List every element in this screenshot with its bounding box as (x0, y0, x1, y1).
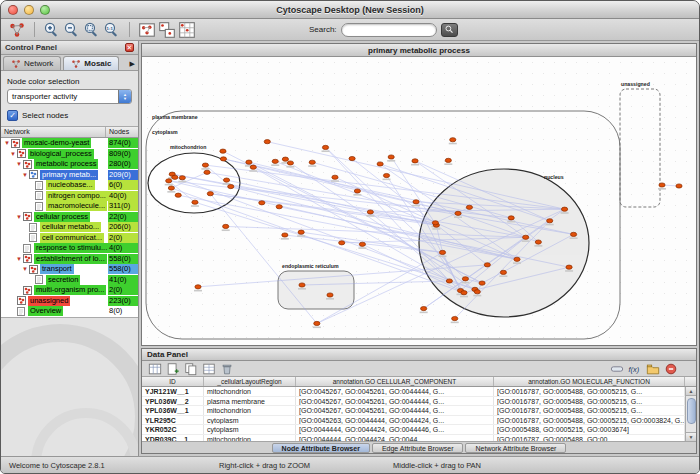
column-header[interactable]: annotation.GO MOLECULAR_FUNCTION (494, 377, 685, 386)
tab-scroll-right-icon[interactable]: ▶ (130, 60, 138, 70)
select-nodes-checkbox[interactable]: ✓ (7, 110, 18, 121)
network-node[interactable] (367, 210, 373, 214)
network-node[interactable] (659, 183, 665, 187)
network-node[interactable] (461, 291, 467, 295)
tab-mosaic[interactable]: Mosaic (63, 56, 119, 70)
table-row[interactable]: YLR295Ccytoplasm[GO:0045263, GO:0044444,… (142, 416, 685, 426)
column-header[interactable]: _cellularLayoutRegion (204, 377, 296, 386)
network-node[interactable] (166, 179, 172, 183)
table-cell[interactable]: YKR052C (142, 425, 204, 434)
table-cell[interactable]: [GO:0045263, GO:0044444, GO:0044424, G..… (296, 416, 494, 425)
expander-icon[interactable]: ▼ (15, 254, 23, 264)
attribute-dropdown[interactable]: transporter activity ▲▼ (7, 89, 132, 104)
table-cell[interactable]: plasma membrane (204, 397, 296, 406)
network-node[interactable] (349, 156, 355, 160)
network-node[interactable] (207, 192, 213, 196)
tree-row[interactable]: nitrogen compo...40(0) (1, 191, 138, 202)
tree-row[interactable]: ▼biological_process809(0) (1, 149, 138, 160)
nodes-column-header[interactable]: Nodes (106, 127, 138, 137)
network-node[interactable] (455, 211, 461, 215)
table-row[interactable]: YKR052Ccytoplasm[GO:0044444, GO:0044424,… (142, 425, 685, 435)
network-node[interactable] (195, 285, 201, 289)
data-panel-title[interactable]: Data Panel (142, 349, 696, 361)
scrollbar-thumb[interactable] (687, 398, 696, 424)
network-node[interactable] (282, 233, 288, 237)
network-node[interactable] (228, 184, 234, 188)
network-node[interactable] (332, 175, 338, 179)
tree-row[interactable]: unassigned223(0) (1, 296, 138, 307)
network-node[interactable] (462, 277, 468, 281)
network-node[interactable] (359, 242, 365, 246)
column-header[interactable]: annotation.GO CELLULAR_COMPONENT (296, 377, 494, 386)
network-node[interactable] (446, 279, 452, 283)
formula-builder-icon[interactable]: f(x) (628, 362, 642, 376)
search-go-button[interactable] (441, 23, 458, 37)
network-node[interactable] (175, 193, 181, 197)
expander-icon[interactable]: ▼ (15, 159, 23, 169)
close-window-button[interactable] (8, 5, 18, 15)
zoom-in-icon[interactable] (43, 21, 61, 39)
network-node[interactable] (220, 149, 226, 153)
tree-row[interactable]: secretion41(0) (1, 275, 138, 286)
tree-row[interactable]: ▼establishment of lo...558(0) (1, 254, 138, 265)
table-row[interactable]: YPL036W__2plasma membrane[GO:0045267, GO… (142, 397, 685, 407)
tree-row[interactable]: Overview8(0) (1, 306, 138, 317)
tab-network-attribute-browser[interactable]: Network Attribute Browser (465, 443, 566, 453)
network-node[interactable] (259, 201, 265, 205)
tree-row[interactable]: ▼transport558(0) (1, 264, 138, 275)
table-cell[interactable]: [GO:0045267, GO:0045261, GO:0044444, G..… (296, 406, 494, 415)
network-node[interactable] (500, 270, 506, 274)
expander-icon[interactable]: ▼ (9, 149, 17, 159)
network-node[interactable] (450, 138, 456, 142)
table-cell[interactable]: YPL036W__2 (142, 397, 204, 406)
expander-icon[interactable]: ▼ (21, 264, 29, 274)
overview-icon[interactable] (138, 21, 156, 39)
table-cell[interactable]: mitochondrion (204, 387, 296, 396)
network-node[interactable] (168, 186, 174, 190)
table-cell[interactable]: YJR121W__1 (142, 387, 204, 396)
search-input[interactable] (341, 23, 437, 37)
network-node[interactable] (432, 221, 438, 225)
network-node[interactable] (466, 205, 472, 209)
network-node[interactable] (322, 145, 328, 149)
network-node[interactable] (202, 163, 208, 167)
scroll-up-icon[interactable]: ▲ (686, 387, 697, 396)
table-cell[interactable]: mitochondrion (204, 406, 296, 415)
network-node[interactable] (547, 219, 553, 223)
table-cell[interactable]: [GO:0044444, GO:0044424, GO:0044446, G..… (296, 425, 494, 434)
create-attribute-icon[interactable] (166, 362, 180, 376)
network-node[interactable] (246, 160, 252, 164)
clear-icon[interactable] (664, 362, 678, 376)
network-icon[interactable] (8, 21, 26, 39)
network-node[interactable] (282, 157, 288, 161)
zoom-window-button[interactable] (40, 5, 50, 15)
network-node[interactable] (220, 157, 226, 161)
network-canvas-svg[interactable]: plasma membranecytoplasmunassignedmitoch… (142, 57, 696, 345)
tree-row[interactable]: ▼mosaic-demo-yeast874(0) (1, 138, 138, 149)
network-node[interactable] (535, 240, 541, 244)
zoom-out-icon[interactable] (63, 21, 81, 39)
import-attributes-icon[interactable] (646, 362, 660, 376)
network-node[interactable] (484, 263, 490, 267)
tree-row[interactable]: ▼primary metab...209(0) (1, 170, 138, 181)
network-node[interactable] (287, 161, 293, 165)
network-node[interactable] (676, 184, 682, 188)
network-node[interactable] (354, 189, 360, 193)
table-cell[interactable]: [GO:0016787, GO:0005488, GO:0005215, G..… (494, 406, 685, 415)
network-node[interactable] (309, 160, 315, 164)
network-node[interactable] (561, 207, 567, 211)
tree-row[interactable]: multi-organism pro...2(0) (1, 285, 138, 296)
network-node[interactable] (508, 216, 514, 220)
table-cell[interactable]: [GO:0016787, GO:0005488, GO:0005215, G..… (494, 387, 685, 396)
window-titlebar[interactable]: Cytoscape Desktop (New Session) (1, 1, 699, 19)
network-node[interactable] (298, 230, 304, 234)
zoom-fit-icon[interactable] (83, 21, 101, 39)
network-node[interactable] (179, 176, 185, 180)
network-node[interactable] (413, 200, 419, 204)
network-view-title[interactable]: primary metabolic process (142, 44, 696, 57)
select-attributes-icon[interactable] (148, 362, 162, 376)
network-node[interactable] (452, 316, 458, 320)
tree-row[interactable]: cellular metabo...206(0) (1, 222, 138, 233)
network-pair-icon[interactable] (158, 21, 176, 39)
tree-row[interactable]: ▼metabolic process280(0) (1, 159, 138, 170)
